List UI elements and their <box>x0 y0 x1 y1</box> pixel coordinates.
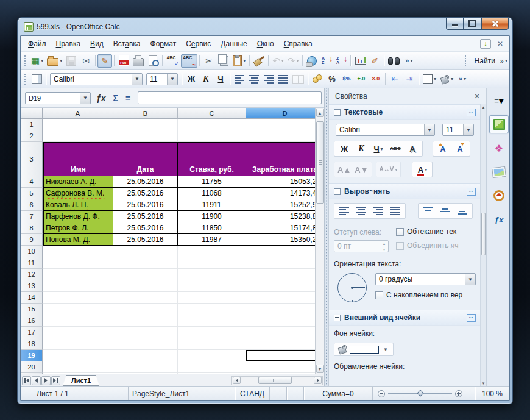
sidebar-close-icon[interactable]: ✕ <box>474 92 480 101</box>
section-header-align[interactable]: Выров~нять ▪▪ <box>329 183 481 199</box>
cell-B7[interactable]: 25.05.2016 <box>113 211 178 222</box>
cell-A18[interactable] <box>43 338 113 350</box>
sidebar-font-name-combo[interactable]: Calibri ▼ <box>336 124 435 136</box>
sb-strikethrough-button[interactable]: ABC <box>387 143 403 155</box>
status-selection-mode[interactable] <box>270 387 287 400</box>
decrease-indent-button[interactable]: ⇤ <box>387 73 402 86</box>
orientation-dropdown-icon[interactable]: ▼ <box>465 274 475 285</box>
cell-B9[interactable]: 25.05.2016 <box>113 234 178 246</box>
maximize-button[interactable] <box>464 18 481 30</box>
next-sheet-button[interactable] <box>41 376 51 385</box>
dialog-launcher-icon[interactable]: ▪▪ <box>467 314 476 322</box>
sum-icon[interactable]: Σ <box>113 93 118 103</box>
row-header-2[interactable]: 2 <box>21 130 43 142</box>
add-decimal-button[interactable]: +.0 <box>354 73 369 86</box>
font-size-combo[interactable]: 11▼ <box>146 73 178 85</box>
undo-button-dropdown-icon[interactable]: ▾ <box>281 58 284 63</box>
sb-font-color-button[interactable]: A▾ <box>414 163 430 176</box>
last-sheet-button[interactable] <box>51 376 60 385</box>
cell-D18[interactable] <box>246 338 315 350</box>
zoom-slider-track[interactable] <box>388 393 452 394</box>
paste-button-dropdown-icon[interactable]: ▾ <box>243 58 246 63</box>
cell-A19[interactable] <box>43 350 113 361</box>
bold-button[interactable]: Ж <box>184 73 199 86</box>
stacked-text-checkbox[interactable] <box>375 291 383 299</box>
section-header-text[interactable]: Текстовые ▪▪ <box>329 104 481 120</box>
redo-button-dropdown-icon[interactable]: ▾ <box>296 58 299 63</box>
row-header-17[interactable]: 17 <box>21 327 43 338</box>
row-header-9[interactable]: 9 <box>21 234 43 246</box>
cell-B11[interactable] <box>113 257 178 269</box>
name-box-dropdown-icon[interactable]: ▼ <box>80 93 90 104</box>
function-wizard-icon[interactable]: ƒx <box>96 93 106 103</box>
font-size-combo-dropdown-icon[interactable]: ▼ <box>167 74 177 85</box>
standard-format-button[interactable]: $% <box>339 73 354 86</box>
cell-B15[interactable] <box>113 304 178 315</box>
cell-D6[interactable]: 15252,97 <box>246 199 315 211</box>
horizontal-scrollbar[interactable] <box>231 376 323 385</box>
sb-align-bottom-button[interactable] <box>454 205 470 217</box>
sidebar-tab-functions[interactable]: ƒx <box>489 210 509 229</box>
cell-B20[interactable] <box>113 361 178 373</box>
scroll-left-icon[interactable] <box>233 377 241 384</box>
cell-A5[interactable]: Сафронова В. М. <box>43 188 113 199</box>
row-header-6[interactable]: 6 <box>21 199 43 211</box>
cell-D19[interactable] <box>246 350 315 361</box>
cell-A16[interactable] <box>43 315 113 327</box>
cell-A8[interactable]: Петров Ф. Л. <box>43 222 113 234</box>
align-justify-button[interactable] <box>276 73 291 86</box>
row-header-19[interactable]: 19 <box>21 350 43 361</box>
cell-C1[interactable] <box>178 119 246 130</box>
status-sheet-info[interactable]: Лист 1 / 1 <box>21 387 129 400</box>
spelling-button[interactable]: ABC✓ <box>164 54 181 68</box>
collapse-icon[interactable] <box>334 188 341 195</box>
merge-cells-checkbox[interactable] <box>396 242 404 250</box>
zoom-level[interactable]: 100 % <box>475 387 509 400</box>
sidebar-splitter[interactable] <box>325 88 329 386</box>
cell-C2[interactable] <box>178 130 246 142</box>
section-header-cell-appearance[interactable]: Внешний вид ячейки ▪▪ <box>329 310 481 326</box>
sb-decrease-spacing-button[interactable]: A <box>452 143 468 155</box>
cell-B1[interactable] <box>113 119 178 130</box>
scroll-right-icon[interactable] <box>314 377 322 384</box>
cell-B16[interactable] <box>113 315 178 327</box>
sidebar-scroll-down-icon[interactable]: ▼ <box>482 380 486 386</box>
cell-C3[interactable]: Ставка, руб. <box>178 142 246 176</box>
cell-B4[interactable]: 25.05.2016 <box>113 176 178 188</box>
cell-C5[interactable]: 11068 <box>178 188 246 199</box>
menu-Сервис[interactable]: Сервис <box>181 38 216 50</box>
close-document-icon[interactable]: ✕ <box>497 40 503 48</box>
cell-B13[interactable] <box>113 280 178 292</box>
open-button[interactable]: ▾ <box>45 54 64 68</box>
cell-C8[interactable]: 11850 <box>178 222 246 234</box>
sidebar-tab-gallery[interactable] <box>489 163 509 181</box>
cell-A15[interactable] <box>43 304 113 315</box>
name-box[interactable]: D19 ▼ <box>25 92 91 104</box>
sidebar-tab-styles[interactable]: ❖ <box>489 139 509 157</box>
row-header-5[interactable]: 5 <box>21 188 43 199</box>
cell-D16[interactable] <box>246 315 315 327</box>
menu-Правка[interactable]: Правка <box>51 38 86 50</box>
text-orientation-dial[interactable] <box>337 273 367 302</box>
cell-D4[interactable]: 15053,20 <box>246 176 315 188</box>
sidebar-scroll-thumb[interactable] <box>481 213 486 255</box>
cell-C15[interactable] <box>178 304 246 315</box>
row-header-16[interactable]: 16 <box>21 315 43 327</box>
cell-B5[interactable]: 25.05.2016 <box>113 188 178 199</box>
cell-C13[interactable] <box>178 280 246 292</box>
titlebar[interactable]: 599.xls - OpenOffice Calc <box>20 18 510 35</box>
percent-format-button[interactable]: % <box>325 73 339 86</box>
cell-B6[interactable]: 25.05.2016 <box>113 199 178 211</box>
sb-grow-font-button[interactable]: A▲ <box>336 163 352 176</box>
cell-C11[interactable] <box>178 257 246 269</box>
sb-align-center-button[interactable] <box>353 205 369 217</box>
cell-B12[interactable] <box>113 269 178 280</box>
scroll-up-icon[interactable]: ▲ <box>316 109 324 117</box>
cell-A2[interactable] <box>43 130 113 142</box>
column-header-D[interactable]: D <box>246 108 315 119</box>
merge-cells-button[interactable] <box>291 73 306 86</box>
cell-D1[interactable] <box>246 119 315 130</box>
horizontal-scroll-thumb[interactable] <box>258 377 292 384</box>
sb-align-middle-button[interactable] <box>437 205 453 217</box>
sort-ascending-button[interactable]: AZ↓ <box>319 54 334 68</box>
